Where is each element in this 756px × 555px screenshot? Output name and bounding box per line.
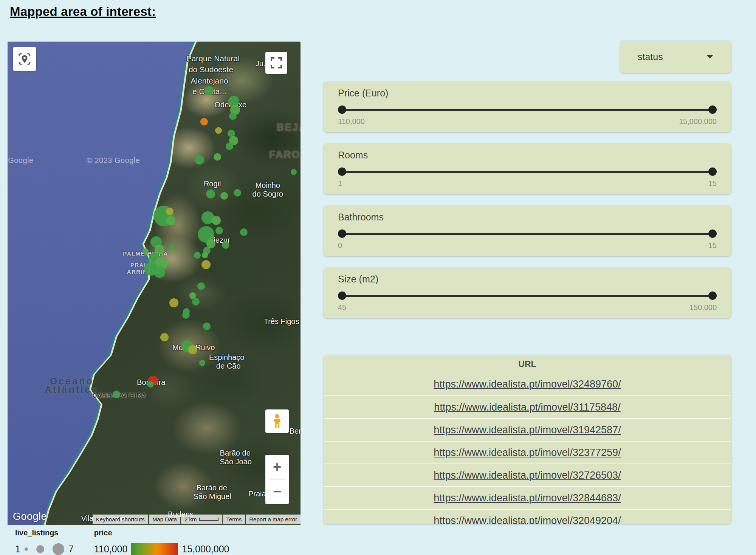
listing-url-link[interactable]: https://www.idealista.pt/imovel/32049204…: [434, 515, 621, 524]
url-table: URL https://www.idealista.pt/imovel/3248…: [324, 355, 731, 524]
listing-dot[interactable]: [229, 112, 237, 120]
listing-url-link[interactable]: https://www.idealista.pt/imovel/32489760…: [434, 378, 621, 390]
listing-dot[interactable]: [192, 298, 200, 305]
attribution-terms[interactable]: Terms: [223, 515, 245, 524]
listing-dot[interactable]: [182, 311, 190, 319]
zoom-in-button[interactable]: +: [265, 455, 289, 479]
zoom-out-button[interactable]: −: [265, 480, 289, 504]
url-table-row: https://www.idealista.pt/imovel/32377259…: [324, 441, 731, 464]
attribution-report-a-map-error[interactable]: Report a map error: [246, 515, 301, 524]
attribution-label: Keyboard shortcuts: [96, 516, 145, 522]
listing-dot[interactable]: [234, 189, 241, 197]
slider-track[interactable]: [342, 233, 713, 235]
listing-dot[interactable]: [199, 360, 205, 366]
range-slider: [342, 291, 713, 300]
listing-dot[interactable]: [222, 241, 229, 249]
slider-handle-max[interactable]: [708, 167, 717, 176]
url-table-header: URL: [324, 355, 731, 373]
legend-color-title: price: [94, 529, 229, 537]
listing-dot[interactable]: [113, 391, 120, 398]
listing-url-link[interactable]: https://www.idealista.pt/imovel/32377259…: [434, 447, 621, 459]
legend-size-dot-small: [25, 547, 28, 551]
listing-dot[interactable]: [195, 155, 204, 164]
listing-dot[interactable]: [160, 333, 169, 341]
filter-panel-rooms: Rooms115: [324, 144, 731, 194]
slider-handle-min[interactable]: [338, 291, 346, 300]
listing-dot[interactable]: [166, 208, 174, 215]
listing-dot[interactable]: [291, 169, 297, 175]
listing-dot[interactable]: [169, 298, 178, 307]
listing-url-link[interactable]: https://www.idealista.pt/imovel/32726503…: [434, 470, 621, 481]
google-logo[interactable]: Google: [13, 511, 47, 522]
pin-in-brackets-icon: [18, 52, 31, 66]
listing-dot[interactable]: [154, 267, 165, 278]
area-of-interest-button[interactable]: [13, 47, 36, 71]
url-table-row: https://www.idealista.pt/imovel/32844683…: [324, 486, 731, 509]
slider-min-value: 1: [338, 179, 342, 188]
price-gradient-bar: [131, 543, 178, 555]
slider-track[interactable]: [342, 295, 713, 297]
legend-color-min: 110,000: [94, 544, 128, 555]
listing-dot[interactable]: [202, 252, 208, 258]
listing-dot[interactable]: [215, 227, 223, 234]
pegman-button[interactable]: [265, 409, 289, 433]
filter-panel-bathrooms: Bathrooms015: [324, 206, 731, 256]
slider-label: Price (Euro): [338, 88, 388, 99]
listing-dot[interactable]: [203, 322, 211, 330]
listing-dot[interactable]: [201, 260, 211, 269]
listing-dot[interactable]: [220, 192, 228, 200]
slider-handle-max[interactable]: [708, 105, 717, 114]
listing-dot[interactable]: [240, 228, 248, 236]
listing-dot[interactable]: [197, 282, 205, 290]
listing-dot[interactable]: [194, 252, 201, 259]
slider-max-value: 150,000: [689, 303, 717, 312]
slider-max-value: 15: [708, 179, 717, 188]
pegman-icon: [271, 414, 284, 429]
legend-size-title: live_listings: [15, 529, 74, 537]
listing-dot[interactable]: [215, 127, 222, 134]
fullscreen-button[interactable]: [265, 52, 287, 74]
slider-handle-min[interactable]: [338, 105, 346, 114]
map[interactable]: Parque Naturaldo SudoesteAlentejanoe Cos…: [8, 42, 301, 525]
listing-dot[interactable]: [200, 118, 208, 126]
legend-size-group: live_listings 1 7: [15, 529, 74, 555]
listing-url-link[interactable]: https://www.idealista.pt/imovel/31942587…: [434, 424, 621, 436]
slider-handle-min[interactable]: [338, 229, 346, 238]
listing-dot[interactable]: [214, 153, 221, 161]
listing-dot[interactable]: [143, 248, 149, 254]
attribution-keyboard-shortcuts[interactable]: Keyboard shortcuts: [93, 515, 148, 524]
listing-dot[interactable]: [188, 345, 197, 354]
slider-handle-max[interactable]: [708, 229, 717, 238]
listing-dot[interactable]: [226, 143, 233, 150]
status-dropdown[interactable]: status: [620, 41, 731, 73]
map-attribution-bar: Keyboard shortcutsMap Data2 kmTermsRepor…: [93, 515, 301, 524]
slider-track[interactable]: [342, 171, 713, 173]
slider-min-value: 45: [338, 303, 346, 312]
slider-handle-max[interactable]: [708, 291, 717, 300]
slider-handle-min[interactable]: [338, 167, 346, 176]
slider-max-value: 15,000,000: [679, 117, 717, 126]
fullscreen-icon: [271, 57, 282, 68]
legend-size-max: 7: [68, 544, 74, 555]
listing-dot[interactable]: [212, 216, 221, 225]
listing-url-link[interactable]: https://www.idealista.pt/imovel/31175848…: [434, 402, 620, 413]
range-slider: [342, 167, 713, 176]
attribution-label: Report a map error: [249, 516, 297, 522]
listing-dot[interactable]: [206, 189, 215, 198]
url-table-row: https://www.idealista.pt/imovel/32489760…: [324, 373, 731, 395]
url-table-row: https://www.idealista.pt/imovel/31175848…: [324, 395, 731, 418]
listing-dot[interactable]: [204, 86, 214, 95]
url-table-row: https://www.idealista.pt/imovel/32049204…: [324, 509, 731, 524]
legend-size-dot-large: [53, 543, 64, 555]
listing-dot[interactable]: [169, 244, 175, 249]
url-table-row: https://www.idealista.pt/imovel/32726503…: [324, 464, 731, 486]
slider-track[interactable]: [342, 109, 713, 111]
listing-dot[interactable]: [166, 216, 175, 225]
slider-max-value: 15: [708, 241, 717, 250]
listing-dot[interactable]: [147, 381, 153, 388]
attribution-label: Terms: [226, 516, 242, 522]
slider-label: Rooms: [338, 150, 368, 161]
listing-url-link[interactable]: https://www.idealista.pt/imovel/32844683…: [434, 492, 621, 504]
url-table-row: https://www.idealista.pt/imovel/31942587…: [324, 418, 731, 441]
legend-size-dot-medium: [36, 545, 44, 553]
